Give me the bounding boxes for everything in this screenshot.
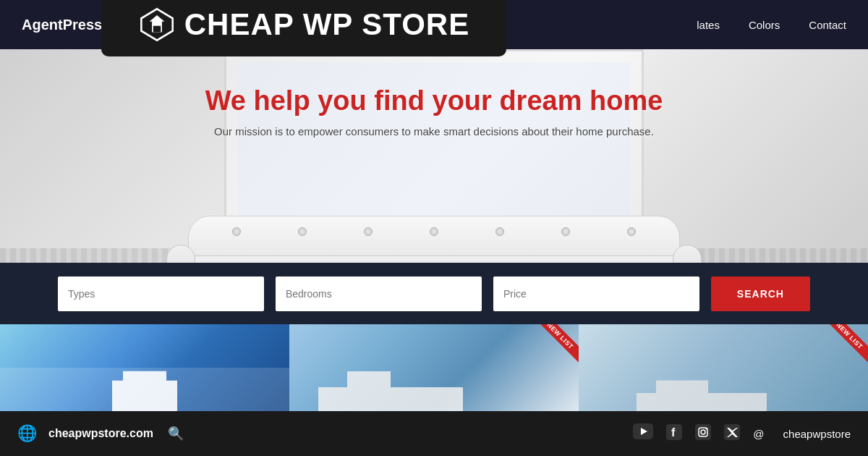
search-button[interactable]: SEARCH <box>711 276 810 311</box>
tuft <box>298 227 307 236</box>
building-silhouette-2 <box>318 371 463 411</box>
globe-icon: 🌐 <box>17 424 37 443</box>
property-image-1 <box>0 324 289 411</box>
nav-link-colors[interactable]: Colors <box>734 19 794 31</box>
tuft <box>364 227 373 236</box>
facebook-icon[interactable]: f <box>666 424 682 444</box>
sofa-tufts <box>203 227 665 236</box>
bedrooms-input-wrap[interactable] <box>276 276 482 311</box>
twitter-icon[interactable] <box>724 424 740 444</box>
logo-inner: CHEAP WP STORE <box>138 6 469 43</box>
tuft <box>430 227 438 236</box>
bedrooms-input[interactable] <box>286 288 472 300</box>
nav-links: lates Colors Contact <box>682 19 868 31</box>
search-icon[interactable]: 🔍 <box>168 426 184 442</box>
social-icons: f @ cheapwpstore <box>633 423 851 444</box>
social-at-symbol: @ <box>753 428 764 440</box>
hero-title: We help you find your dream home <box>0 85 868 117</box>
property-cards-strip: NEW LIST NEW LIST <box>0 324 868 411</box>
types-input-wrap[interactable] <box>58 276 264 311</box>
property-card-1[interactable] <box>0 324 289 411</box>
building-silhouette-3 <box>637 375 767 411</box>
logo-overlay: CHEAP WP STORE <box>101 0 506 56</box>
hero-subtitle: Our mission is to empower consumers to m… <box>0 125 868 138</box>
property-image-2 <box>289 324 579 411</box>
bottom-bar: 🌐 cheapwpstore.com 🔍 f <box>0 411 868 456</box>
social-handle: cheapwpstore <box>783 428 851 440</box>
hero-content: We help you find your dream home Our mis… <box>0 85 868 138</box>
property-image-3 <box>579 324 868 411</box>
nav-link-contact[interactable]: Contact <box>794 19 861 31</box>
tuft <box>232 227 241 236</box>
svg-point-8 <box>706 428 707 429</box>
logo-icon <box>138 6 176 43</box>
logo-text: CHEAP WP STORE <box>184 7 469 42</box>
price-input[interactable] <box>503 288 689 300</box>
types-input[interactable] <box>68 288 254 300</box>
youtube-icon[interactable] <box>633 423 653 444</box>
tuft <box>495 227 504 236</box>
property-card-2[interactable]: NEW LIST <box>289 324 579 411</box>
tuft <box>561 227 570 236</box>
svg-text:f: f <box>671 426 676 439</box>
svg-rect-5 <box>695 424 711 440</box>
instagram-icon[interactable] <box>695 424 711 444</box>
property-card-3[interactable]: NEW LIST <box>579 324 868 411</box>
site-url[interactable]: cheapwpstore.com <box>48 427 153 440</box>
search-bar: SEARCH <box>0 263 868 324</box>
tuft <box>627 227 636 236</box>
price-input-wrap[interactable] <box>493 276 699 311</box>
nav-link-templates[interactable]: lates <box>682 19 734 31</box>
